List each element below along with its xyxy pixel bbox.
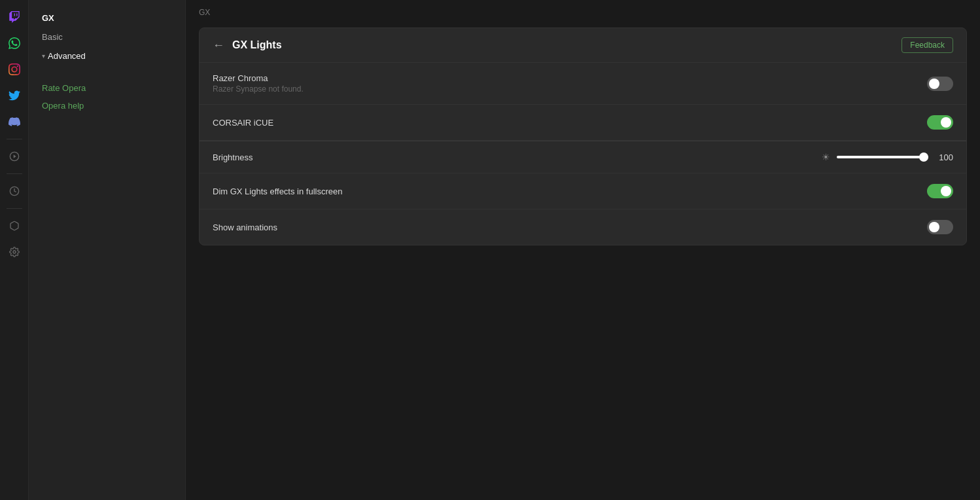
gx-lights-panel: ← GX Lights Feedback Razer Chroma Razer … xyxy=(199,27,967,245)
opera-help-link[interactable]: Opera help xyxy=(42,101,84,111)
dim-fullscreen-toggle[interactable] xyxy=(927,184,953,198)
brightness-label: Brightness xyxy=(213,152,253,162)
sidebar-basic[interactable]: Basic xyxy=(29,28,185,46)
panel-title: GX Lights xyxy=(232,39,282,51)
main-content: GX ← GX Lights Feedback Razer Chroma Raz… xyxy=(186,0,980,500)
back-button[interactable]: ← xyxy=(213,39,224,52)
brightness-slider[interactable] xyxy=(837,156,928,158)
dim-fullscreen-label: Dim GX Lights effects in fullscreen xyxy=(213,187,342,196)
discord-icon[interactable] xyxy=(3,110,26,134)
razer-chroma-slider xyxy=(927,77,953,91)
rate-opera-link[interactable]: Rate Opera xyxy=(42,83,86,93)
player-icon[interactable] xyxy=(3,145,26,168)
show-animations-toggle[interactable] xyxy=(927,220,953,234)
show-animations-slider xyxy=(927,220,953,234)
feedback-button[interactable]: Feedback xyxy=(901,37,953,53)
divider-1 xyxy=(7,139,22,139)
corsair-icue-row: CORSAIR iCUE xyxy=(200,105,966,141)
dim-fullscreen-slider xyxy=(927,184,953,198)
brightness-value: 100 xyxy=(935,152,953,162)
dim-fullscreen-row: Dim GX Lights effects in fullscreen xyxy=(200,173,966,209)
razer-chroma-row: Razer Chroma Razer Synapse not found. xyxy=(200,63,966,105)
show-animations-row: Show animations xyxy=(200,209,966,245)
twitch-icon[interactable] xyxy=(3,5,26,29)
icon-bar xyxy=(0,0,29,500)
sidebar-rate-opera[interactable]: Rate Opera xyxy=(29,79,185,97)
panel-header-left: ← GX Lights xyxy=(213,39,282,52)
brightness-control: ☀ 100 xyxy=(822,152,953,162)
sidebar-advanced-label: Advanced xyxy=(48,51,86,61)
svg-point-3 xyxy=(13,251,16,253)
razer-chroma-toggle[interactable] xyxy=(927,77,953,91)
brightness-icon: ☀ xyxy=(822,152,830,162)
sidebar: GX Basic ▾ Advanced Rate Opera Opera hel… xyxy=(29,0,186,500)
instagram-icon[interactable] xyxy=(3,58,26,81)
breadcrumb: GX xyxy=(186,0,980,22)
divider-2 xyxy=(7,173,22,174)
razer-chroma-sublabel: Razer Synapse not found. xyxy=(213,84,304,94)
svg-marker-1 xyxy=(13,154,16,158)
corsair-icue-slider xyxy=(927,115,953,130)
sidebar-gx-title[interactable]: GX xyxy=(29,8,185,28)
corsair-icue-toggle[interactable] xyxy=(927,115,953,130)
panel-header: ← GX Lights Feedback xyxy=(200,28,966,63)
corsair-icue-label: CORSAIR iCUE xyxy=(213,118,273,128)
whatsapp-icon[interactable] xyxy=(3,31,26,55)
razer-chroma-info: Razer Chroma Razer Synapse not found. xyxy=(213,73,304,94)
show-animations-label: Show animations xyxy=(213,223,277,232)
sidebar-advanced[interactable]: ▾ Advanced xyxy=(29,46,185,66)
history-icon[interactable] xyxy=(3,179,26,203)
settings-icon[interactable] xyxy=(3,240,26,264)
advanced-arrow-icon: ▾ xyxy=(42,52,45,60)
twitter-icon[interactable] xyxy=(3,84,26,107)
sidebar-opera-help[interactable]: Opera help xyxy=(29,97,185,115)
razer-chroma-label: Razer Chroma xyxy=(213,73,304,83)
divider-3 xyxy=(7,208,22,209)
cube-icon[interactable] xyxy=(3,214,26,238)
brightness-row: Brightness ☀ 100 xyxy=(200,141,966,173)
